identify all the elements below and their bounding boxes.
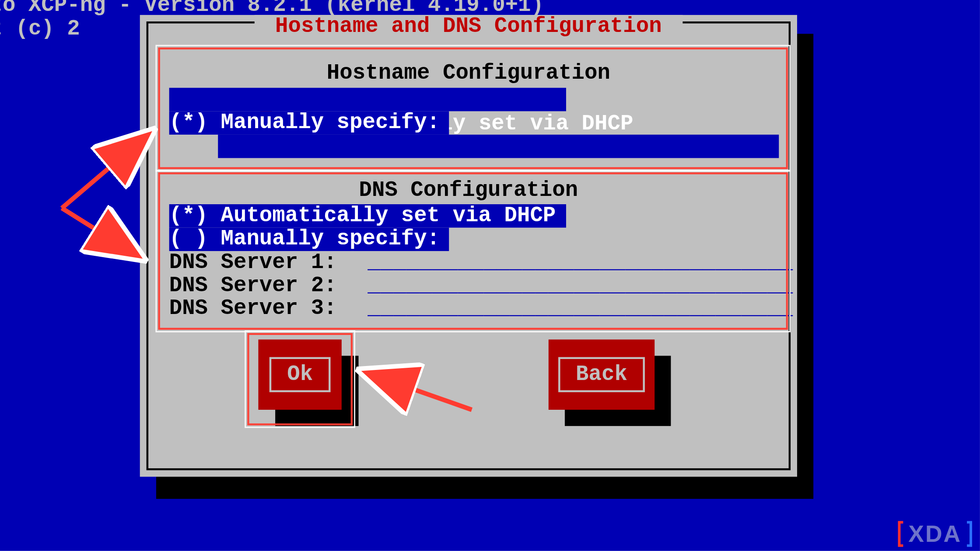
xda-watermark: XDA [896,521,973,547]
back-button-label: Back [558,357,645,392]
xda-bracket-right-icon [966,521,973,547]
hostname-input[interactable]: xcp-ng-kuwiiuuu_________________________… [218,135,779,158]
hostname-section-heading: Hostname Configuration [327,62,610,85]
dialog-title: Hostname and DNS Configuration [255,15,682,38]
hostname-input-value: xcp-ng-kuwiiuuu [295,157,489,158]
dns-hostname-dialog: Hostname and DNS Configuration Hostname … [140,15,797,477]
dns-manual-radio[interactable]: ( ) Manually specify: [169,228,449,251]
dns-server-1-label: DNS Server 1: [169,251,337,275]
hostname-manual-radio[interactable]: (*) Manually specify: [169,111,449,135]
bg-header-line-2: right (c) 2 [0,17,80,41]
dns-section-heading: DNS Configuration [359,179,578,202]
xda-bracket-left-icon [896,521,904,547]
hostname-input-padding: ________________________________________… [489,157,779,158]
svg-line-0 [62,133,150,208]
ok-button-label: Ok [270,357,330,392]
svg-line-1 [62,208,140,257]
dns-server-1-input[interactable]: _________________________________ [368,251,793,275]
dns-auto-radio[interactable]: (*) Automatically set via DHCP [169,204,566,228]
dns-server-3-label: DNS Server 3: [169,297,337,321]
ok-button[interactable]: Ok [258,339,341,410]
back-button[interactable]: Back [549,339,654,410]
dns-server-3-input[interactable]: _________________________________ [368,297,793,321]
dns-server-2-label: DNS Server 2: [169,275,337,298]
hostname-auto-radio[interactable]: () Automatically set via DHCP [169,88,566,112]
dns-server-2-input[interactable]: _________________________________ [368,275,793,298]
xda-watermark-text: XDA [908,522,962,546]
